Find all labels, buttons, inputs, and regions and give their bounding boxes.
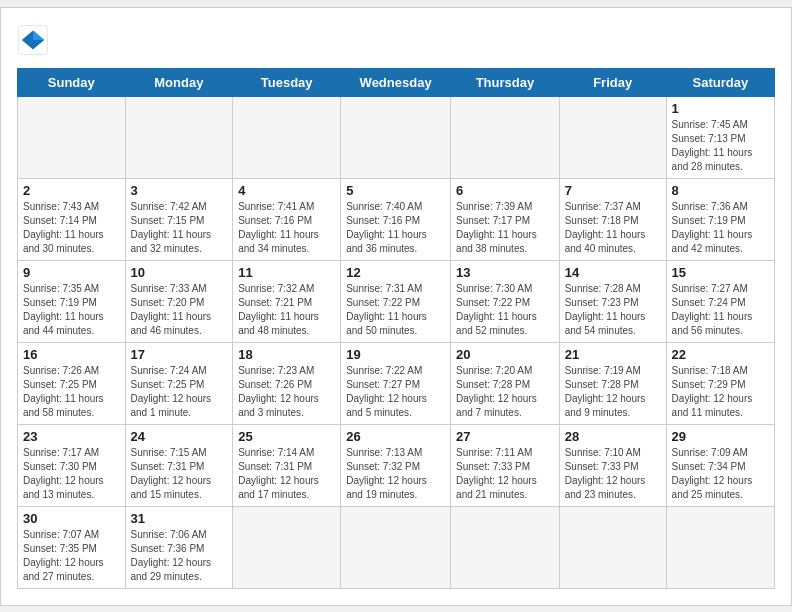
calendar-cell	[451, 506, 560, 588]
day-number: 13	[456, 265, 554, 280]
day-number: 17	[131, 347, 228, 362]
day-number: 2	[23, 183, 120, 198]
day-info: Sunrise: 7:32 AM Sunset: 7:21 PM Dayligh…	[238, 282, 335, 338]
calendar-cell: 27Sunrise: 7:11 AM Sunset: 7:33 PM Dayli…	[451, 424, 560, 506]
calendar-cell: 6Sunrise: 7:39 AM Sunset: 7:17 PM Daylig…	[451, 178, 560, 260]
calendar-cell: 14Sunrise: 7:28 AM Sunset: 7:23 PM Dayli…	[559, 260, 666, 342]
calendar-cell	[233, 506, 341, 588]
week-row-2: 9Sunrise: 7:35 AM Sunset: 7:19 PM Daylig…	[18, 260, 775, 342]
day-info: Sunrise: 7:28 AM Sunset: 7:23 PM Dayligh…	[565, 282, 661, 338]
day-info: Sunrise: 7:22 AM Sunset: 7:27 PM Dayligh…	[346, 364, 445, 420]
day-info: Sunrise: 7:09 AM Sunset: 7:34 PM Dayligh…	[672, 446, 769, 502]
calendar-cell	[125, 96, 233, 178]
calendar-cell: 16Sunrise: 7:26 AM Sunset: 7:25 PM Dayli…	[18, 342, 126, 424]
calendar-cell	[233, 96, 341, 178]
day-number: 31	[131, 511, 228, 526]
week-row-5: 30Sunrise: 7:07 AM Sunset: 7:35 PM Dayli…	[18, 506, 775, 588]
day-info: Sunrise: 7:31 AM Sunset: 7:22 PM Dayligh…	[346, 282, 445, 338]
day-header-thursday: Thursday	[451, 68, 560, 96]
day-info: Sunrise: 7:13 AM Sunset: 7:32 PM Dayligh…	[346, 446, 445, 502]
day-number: 29	[672, 429, 769, 444]
week-row-3: 16Sunrise: 7:26 AM Sunset: 7:25 PM Dayli…	[18, 342, 775, 424]
calendar-cell	[666, 506, 774, 588]
day-number: 5	[346, 183, 445, 198]
day-info: Sunrise: 7:19 AM Sunset: 7:28 PM Dayligh…	[565, 364, 661, 420]
day-info: Sunrise: 7:42 AM Sunset: 7:15 PM Dayligh…	[131, 200, 228, 256]
day-number: 26	[346, 429, 445, 444]
week-row-4: 23Sunrise: 7:17 AM Sunset: 7:30 PM Dayli…	[18, 424, 775, 506]
day-number: 7	[565, 183, 661, 198]
calendar-cell: 22Sunrise: 7:18 AM Sunset: 7:29 PM Dayli…	[666, 342, 774, 424]
day-info: Sunrise: 7:37 AM Sunset: 7:18 PM Dayligh…	[565, 200, 661, 256]
day-header-monday: Monday	[125, 68, 233, 96]
day-number: 28	[565, 429, 661, 444]
day-info: Sunrise: 7:07 AM Sunset: 7:35 PM Dayligh…	[23, 528, 120, 584]
day-info: Sunrise: 7:39 AM Sunset: 7:17 PM Dayligh…	[456, 200, 554, 256]
calendar-cell	[341, 506, 451, 588]
day-number: 22	[672, 347, 769, 362]
day-info: Sunrise: 7:11 AM Sunset: 7:33 PM Dayligh…	[456, 446, 554, 502]
day-header-wednesday: Wednesday	[341, 68, 451, 96]
day-number: 8	[672, 183, 769, 198]
calendar-cell	[18, 96, 126, 178]
day-info: Sunrise: 7:15 AM Sunset: 7:31 PM Dayligh…	[131, 446, 228, 502]
calendar-cell: 8Sunrise: 7:36 AM Sunset: 7:19 PM Daylig…	[666, 178, 774, 260]
day-number: 21	[565, 347, 661, 362]
calendar-cell: 31Sunrise: 7:06 AM Sunset: 7:36 PM Dayli…	[125, 506, 233, 588]
logo	[17, 24, 53, 56]
calendar-cell: 23Sunrise: 7:17 AM Sunset: 7:30 PM Dayli…	[18, 424, 126, 506]
day-info: Sunrise: 7:17 AM Sunset: 7:30 PM Dayligh…	[23, 446, 120, 502]
calendar-cell: 11Sunrise: 7:32 AM Sunset: 7:21 PM Dayli…	[233, 260, 341, 342]
day-number: 14	[565, 265, 661, 280]
day-info: Sunrise: 7:24 AM Sunset: 7:25 PM Dayligh…	[131, 364, 228, 420]
calendar-cell: 30Sunrise: 7:07 AM Sunset: 7:35 PM Dayli…	[18, 506, 126, 588]
calendar-cell: 4Sunrise: 7:41 AM Sunset: 7:16 PM Daylig…	[233, 178, 341, 260]
day-info: Sunrise: 7:06 AM Sunset: 7:36 PM Dayligh…	[131, 528, 228, 584]
day-info: Sunrise: 7:43 AM Sunset: 7:14 PM Dayligh…	[23, 200, 120, 256]
day-info: Sunrise: 7:26 AM Sunset: 7:25 PM Dayligh…	[23, 364, 120, 420]
calendar-container: SundayMondayTuesdayWednesdayThursdayFrid…	[0, 7, 792, 606]
calendar-cell	[559, 96, 666, 178]
calendar-cell: 25Sunrise: 7:14 AM Sunset: 7:31 PM Dayli…	[233, 424, 341, 506]
calendar-cell: 7Sunrise: 7:37 AM Sunset: 7:18 PM Daylig…	[559, 178, 666, 260]
calendar-cell	[341, 96, 451, 178]
calendar-cell: 3Sunrise: 7:42 AM Sunset: 7:15 PM Daylig…	[125, 178, 233, 260]
day-number: 9	[23, 265, 120, 280]
calendar-cell: 12Sunrise: 7:31 AM Sunset: 7:22 PM Dayli…	[341, 260, 451, 342]
day-number: 20	[456, 347, 554, 362]
day-info: Sunrise: 7:20 AM Sunset: 7:28 PM Dayligh…	[456, 364, 554, 420]
calendar-cell: 28Sunrise: 7:10 AM Sunset: 7:33 PM Dayli…	[559, 424, 666, 506]
calendar-cell: 10Sunrise: 7:33 AM Sunset: 7:20 PM Dayli…	[125, 260, 233, 342]
day-header-tuesday: Tuesday	[233, 68, 341, 96]
day-info: Sunrise: 7:27 AM Sunset: 7:24 PM Dayligh…	[672, 282, 769, 338]
calendar-cell: 19Sunrise: 7:22 AM Sunset: 7:27 PM Dayli…	[341, 342, 451, 424]
day-info: Sunrise: 7:30 AM Sunset: 7:22 PM Dayligh…	[456, 282, 554, 338]
calendar-cell: 1Sunrise: 7:45 AM Sunset: 7:13 PM Daylig…	[666, 96, 774, 178]
logo-icon	[17, 24, 49, 56]
calendar-cell: 18Sunrise: 7:23 AM Sunset: 7:26 PM Dayli…	[233, 342, 341, 424]
day-number: 19	[346, 347, 445, 362]
day-number: 4	[238, 183, 335, 198]
day-info: Sunrise: 7:41 AM Sunset: 7:16 PM Dayligh…	[238, 200, 335, 256]
day-info: Sunrise: 7:10 AM Sunset: 7:33 PM Dayligh…	[565, 446, 661, 502]
day-number: 24	[131, 429, 228, 444]
day-info: Sunrise: 7:33 AM Sunset: 7:20 PM Dayligh…	[131, 282, 228, 338]
day-info: Sunrise: 7:14 AM Sunset: 7:31 PM Dayligh…	[238, 446, 335, 502]
day-number: 25	[238, 429, 335, 444]
week-row-0: 1Sunrise: 7:45 AM Sunset: 7:13 PM Daylig…	[18, 96, 775, 178]
day-info: Sunrise: 7:23 AM Sunset: 7:26 PM Dayligh…	[238, 364, 335, 420]
calendar-cell: 24Sunrise: 7:15 AM Sunset: 7:31 PM Dayli…	[125, 424, 233, 506]
day-info: Sunrise: 7:18 AM Sunset: 7:29 PM Dayligh…	[672, 364, 769, 420]
header	[17, 24, 775, 56]
day-number: 3	[131, 183, 228, 198]
calendar-table: SundayMondayTuesdayWednesdayThursdayFrid…	[17, 68, 775, 589]
calendar-cell: 9Sunrise: 7:35 AM Sunset: 7:19 PM Daylig…	[18, 260, 126, 342]
day-info: Sunrise: 7:35 AM Sunset: 7:19 PM Dayligh…	[23, 282, 120, 338]
day-number: 6	[456, 183, 554, 198]
day-number: 30	[23, 511, 120, 526]
calendar-cell	[451, 96, 560, 178]
day-number: 16	[23, 347, 120, 362]
week-row-1: 2Sunrise: 7:43 AM Sunset: 7:14 PM Daylig…	[18, 178, 775, 260]
calendar-cell: 13Sunrise: 7:30 AM Sunset: 7:22 PM Dayli…	[451, 260, 560, 342]
calendar-cell	[559, 506, 666, 588]
